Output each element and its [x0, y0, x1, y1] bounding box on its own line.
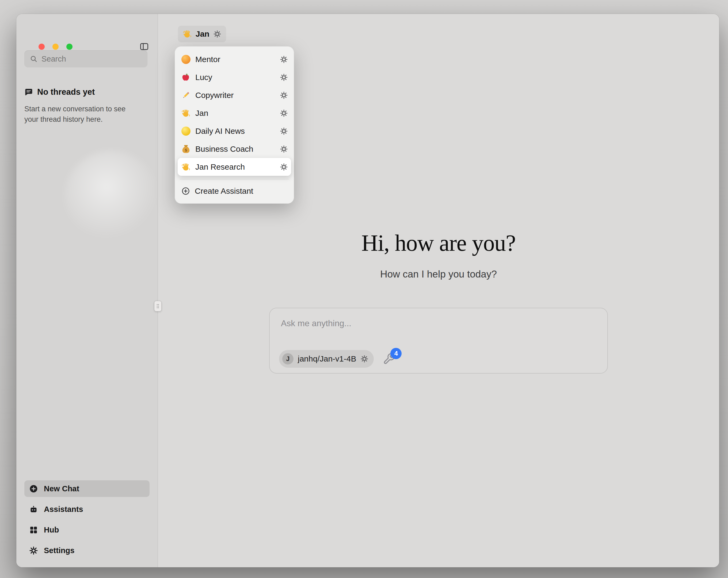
- wave-hand-icon: [183, 29, 192, 39]
- plus-circle-icon: [181, 187, 190, 195]
- svg-text:$: $: [185, 148, 187, 152]
- menu-item-label: Copywriter: [195, 91, 275, 100]
- chat-composer: J janhq/Jan-v1-4B 4: [269, 308, 608, 374]
- sidebar-resize-handle[interactable]: [154, 301, 162, 311]
- menu-item-label: Jan: [195, 109, 275, 118]
- create-assistant-button[interactable]: Create Assistant: [178, 182, 291, 200]
- main-area: Jan Mentor: [158, 14, 719, 567]
- menu-item-label: Business Coach: [195, 145, 275, 154]
- assistant-settings-icon[interactable]: [280, 91, 288, 99]
- search-input[interactable]: [24, 50, 148, 68]
- app-window: No threads yet Start a new conversation …: [16, 14, 719, 567]
- settings-label: Settings: [44, 546, 74, 555]
- menu-item-label: Lucy: [195, 73, 275, 82]
- menu-item-label: Daily AI News: [195, 127, 275, 136]
- assistants-robot-icon: [29, 505, 38, 514]
- apple-icon: [181, 73, 190, 82]
- assistants-label: Assistants: [44, 505, 83, 514]
- model-name: janhq/Jan-v1-4B: [298, 354, 356, 363]
- hub-blocks-icon: [29, 526, 38, 534]
- chat-bubble-icon: [24, 88, 33, 96]
- menu-item-label: Jan Research: [195, 162, 275, 172]
- money-bag-icon: $: [181, 145, 190, 154]
- new-chat-button[interactable]: New Chat: [24, 480, 150, 497]
- wave-hand-icon: [181, 109, 190, 118]
- wave-hand-icon: [181, 162, 190, 172]
- assistant-settings-icon[interactable]: [280, 145, 288, 153]
- menu-item-jan[interactable]: Jan: [178, 104, 291, 122]
- current-assistant-name: Jan: [196, 29, 209, 39]
- assistant-settings-icon[interactable]: [280, 127, 288, 135]
- pencil-icon: [181, 91, 190, 100]
- minimize-window-button[interactable]: [52, 44, 59, 50]
- menu-item-business-coach[interactable]: $ Business Coach: [178, 140, 291, 158]
- assistant-settings-icon[interactable]: [280, 163, 288, 171]
- empty-state-header: No threads yet: [24, 87, 95, 97]
- search-field-wrap: [24, 50, 148, 68]
- model-avatar: J: [282, 353, 293, 365]
- yellow-circle-icon: [181, 127, 190, 136]
- new-chat-label: New Chat: [44, 484, 79, 493]
- assistant-menu: Mentor Lucy: [175, 46, 294, 204]
- create-assistant-label: Create Assistant: [195, 186, 253, 196]
- orange-circle-icon: [181, 55, 190, 64]
- zoom-window-button[interactable]: [67, 44, 73, 50]
- sidebar-item-assistants[interactable]: Assistants: [24, 501, 150, 518]
- sidebar-item-hub[interactable]: Hub: [24, 522, 150, 538]
- composer-toolbar: J janhq/Jan-v1-4B 4: [279, 350, 395, 368]
- assistant-settings-icon[interactable]: [280, 73, 288, 81]
- menu-divider: [180, 179, 289, 179]
- tools-button[interactable]: 4: [383, 353, 395, 365]
- menu-item-mentor[interactable]: Mentor: [178, 50, 291, 68]
- background-blob: [64, 150, 158, 242]
- empty-state-description: Start a new conversation to see your thr…: [24, 104, 141, 125]
- greeting-title: Hi, how are you?: [158, 230, 719, 256]
- menu-item-lucy[interactable]: Lucy: [178, 68, 291, 86]
- model-selector-button[interactable]: J janhq/Jan-v1-4B: [279, 350, 374, 368]
- tools-count-badge: 4: [390, 348, 401, 359]
- grip-dots-icon: [156, 303, 160, 309]
- close-window-button[interactable]: [38, 44, 45, 50]
- settings-gear-icon: [29, 546, 38, 555]
- menu-item-label: Mentor: [195, 55, 275, 64]
- assistant-switcher-button[interactable]: Jan: [178, 26, 226, 42]
- sidebar: No threads yet Start a new conversation …: [16, 14, 158, 567]
- assistant-settings-icon[interactable]: [280, 109, 288, 117]
- assistant-settings-icon[interactable]: [213, 30, 221, 38]
- empty-state-title: No threads yet: [37, 87, 95, 97]
- menu-item-copywriter[interactable]: Copywriter: [178, 86, 291, 104]
- menu-item-daily-ai-news[interactable]: Daily AI News: [178, 122, 291, 140]
- greeting-subtitle: How can I help you today?: [158, 269, 719, 280]
- message-input[interactable]: [281, 315, 597, 332]
- plus-circle-filled-icon: [29, 484, 38, 493]
- sidebar-toggle-icon[interactable]: [139, 42, 149, 51]
- model-settings-icon[interactable]: [360, 355, 368, 363]
- hub-label: Hub: [44, 526, 59, 534]
- assistant-settings-icon[interactable]: [280, 55, 288, 64]
- sidebar-item-settings[interactable]: Settings: [24, 542, 150, 559]
- menu-item-jan-research[interactable]: Jan Research: [178, 158, 291, 176]
